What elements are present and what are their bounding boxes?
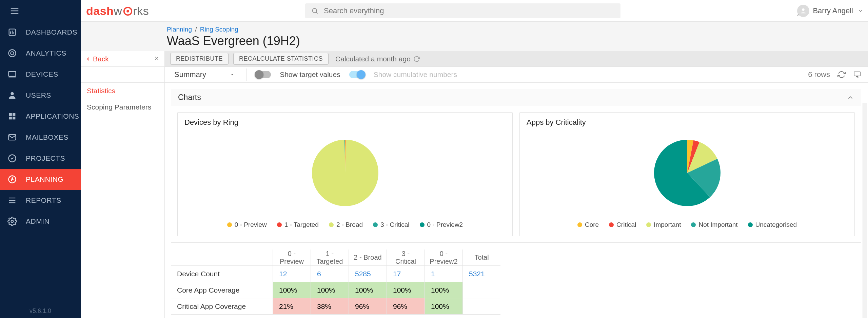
- tab-statistics[interactable]: Statistics: [81, 83, 164, 99]
- topbar: dashwrks Barry Angell: [0, 0, 868, 22]
- table-cell: [462, 282, 500, 298]
- svg-line-28: [316, 12, 318, 14]
- summary-dropdown[interactable]: Summary: [172, 69, 237, 80]
- legend-swatch: [691, 222, 696, 227]
- table-cell: 100%: [425, 282, 462, 298]
- legend-item[interactable]: Not Important: [691, 221, 737, 228]
- charts-panel-header[interactable]: Charts: [171, 89, 861, 106]
- chart-title: Apps by Criticality: [520, 113, 854, 128]
- count-link[interactable]: 5285: [355, 270, 371, 278]
- global-search[interactable]: [305, 3, 620, 18]
- sidebar-item-admin[interactable]: ADMIN: [0, 211, 81, 232]
- sidebar-item-reports[interactable]: REPORTS: [0, 190, 81, 211]
- row-label: Core App Coverage: [171, 282, 273, 298]
- table-cell[interactable]: 5321: [462, 266, 500, 282]
- legend-item[interactable]: 0 - Preview2: [420, 221, 463, 228]
- count-link[interactable]: 6: [317, 270, 321, 278]
- pie-chart[interactable]: [178, 128, 512, 218]
- avatar: [797, 5, 809, 17]
- table-cell[interactable]: 17: [387, 266, 425, 282]
- summary-table: 0 - Preview1 - Targeted2 - Broad3 - Crit…: [171, 250, 500, 315]
- table-cell[interactable]: 1: [425, 266, 462, 282]
- column-header[interactable]: 0 - Preview: [273, 250, 311, 266]
- column-header[interactable]: 1 - Targeted: [311, 250, 349, 266]
- admin-icon: [7, 217, 17, 226]
- charts-panel: Charts Devices by Ring0 - Preview1 - Tar…: [171, 89, 861, 243]
- table-cell[interactable]: 12: [273, 266, 311, 282]
- count-link[interactable]: 5321: [469, 270, 485, 278]
- back-button[interactable]: Back: [85, 55, 109, 63]
- toggle-cumulative[interactable]: [349, 71, 365, 78]
- chart-title: Devices by Ring: [178, 113, 512, 128]
- table-cell[interactable]: 6: [311, 266, 349, 282]
- table-cell: [462, 298, 500, 315]
- legend-item[interactable]: 1 - Targeted: [277, 221, 319, 228]
- legend-item[interactable]: 0 - Preview: [227, 221, 267, 228]
- chevron-left-icon: [85, 56, 91, 62]
- export-icon[interactable]: [853, 71, 861, 79]
- legend-item[interactable]: 3 - Critical: [373, 221, 410, 228]
- count-link[interactable]: 17: [393, 270, 401, 278]
- search-input[interactable]: [324, 6, 614, 15]
- redistribute-button[interactable]: REDISTRIBUTE: [170, 53, 229, 65]
- sidebar-item-label: APPLICATIONS: [26, 112, 79, 120]
- menu-toggle[interactable]: [0, 0, 81, 22]
- crumb-planning[interactable]: Planning: [167, 26, 192, 33]
- legend-item[interactable]: Core: [577, 221, 599, 228]
- main-content: Charts Devices by Ring0 - Preview1 - Tar…: [165, 83, 868, 318]
- toggle-target-values[interactable]: [255, 71, 271, 78]
- row-count: 6 rows: [808, 70, 830, 79]
- column-header[interactable]: 3 - Critical: [387, 250, 425, 266]
- legend-swatch: [609, 222, 614, 227]
- count-link[interactable]: 12: [279, 270, 287, 278]
- sidebar-item-mailboxes[interactable]: MAILBOXES: [0, 127, 81, 148]
- sidebar-item-label: DEVICES: [26, 70, 58, 78]
- analytics-icon: [7, 48, 17, 58]
- legend-swatch: [748, 222, 753, 227]
- sidebar-item-projects[interactable]: PROJECTS: [0, 148, 81, 169]
- scrollbar[interactable]: [863, 103, 867, 318]
- recalculate-button[interactable]: RECALCULATE STATISTICS: [233, 53, 329, 65]
- tab-scoping-parameters[interactable]: Scoping Parameters: [81, 99, 164, 115]
- table-cell: 38%: [311, 298, 349, 315]
- table-cell[interactable]: 5285: [349, 266, 387, 282]
- applications-icon: [7, 112, 17, 121]
- close-panel-button[interactable]: [154, 55, 160, 63]
- row-label: Device Count: [171, 266, 273, 282]
- refresh-small-icon[interactable]: [413, 56, 420, 62]
- sidebar-item-devices[interactable]: DEVICES: [0, 64, 81, 85]
- brand-logo[interactable]: dashwrks: [86, 6, 149, 16]
- dashboards-icon: [7, 27, 17, 37]
- chevron-down-icon: [858, 8, 863, 14]
- apps-by-criticality-chart: Apps by CriticalityCoreCriticalImportant…: [519, 112, 855, 236]
- users-icon: [7, 91, 17, 100]
- svg-point-11: [11, 92, 14, 95]
- search-icon: [311, 7, 318, 15]
- sidebar-item-analytics[interactable]: ANALYTICS: [0, 43, 81, 64]
- table-row: Device Count12652851715321: [171, 266, 500, 282]
- sidebar-item-users[interactable]: USERS: [0, 85, 81, 106]
- brand-dash: dash: [86, 4, 114, 17]
- devices-icon: [7, 69, 17, 79]
- legend-swatch: [420, 222, 425, 227]
- legend-item[interactable]: 2 - Broad: [329, 221, 363, 228]
- profile-menu[interactable]: Barry Angell: [797, 5, 863, 17]
- column-header[interactable]: 0 - Preview2: [425, 250, 462, 266]
- hamburger-icon: [9, 6, 20, 16]
- pie-chart[interactable]: [520, 128, 854, 218]
- column-header[interactable]: 2 - Broad: [349, 250, 387, 266]
- count-link[interactable]: 1: [431, 270, 435, 278]
- refresh-icon[interactable]: [837, 71, 846, 79]
- legend-item[interactable]: Uncategorised: [748, 221, 797, 228]
- sidebar-item-planning[interactable]: PLANNING: [0, 169, 81, 190]
- sidebar-item-dashboards[interactable]: DASHBOARDS: [0, 22, 81, 43]
- svg-point-31: [802, 8, 805, 11]
- crumb-ring-scoping[interactable]: Ring Scoping: [200, 26, 238, 33]
- column-header[interactable]: Total: [462, 250, 500, 266]
- legend-item[interactable]: Important: [646, 221, 681, 228]
- version-label: v5.6.1.0: [0, 305, 81, 318]
- sidebar-item-label: DASHBOARDS: [26, 28, 77, 36]
- sidebar-item-applications[interactable]: APPLICATIONS: [0, 106, 81, 127]
- legend-item[interactable]: Critical: [609, 221, 636, 228]
- projects-icon: [7, 154, 17, 163]
